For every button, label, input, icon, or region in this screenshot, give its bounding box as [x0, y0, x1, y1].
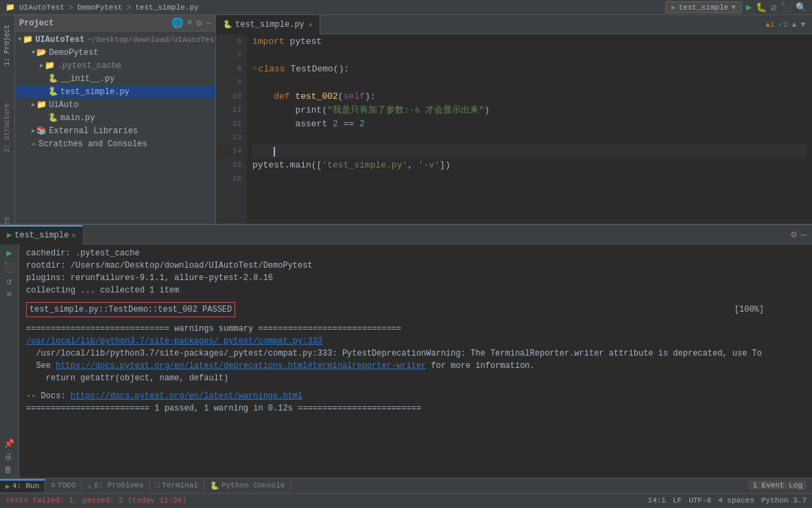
test-status-label: Tests failed: 1, passed: 2 (today 11:26) — [5, 496, 187, 505]
breadcrumb-part2: DemoPytest — [77, 3, 123, 12]
breadcrumb-part1: UIAutoTest — [19, 3, 64, 12]
run-list-btn[interactable]: ≡ — [7, 290, 12, 300]
editor-scroll-down[interactable]: ▼ — [800, 21, 805, 29]
term-line-4: collecting ... collected 1 item — [26, 284, 805, 297]
terminal-footer-tab[interactable]: □ Terminal — [150, 480, 204, 491]
python-console-footer-tab[interactable]: 🐍 Python Console — [204, 480, 291, 492]
run-button[interactable]: ▶ — [746, 1, 752, 13]
tree-item-uiauto[interactable]: ▶ 📁 UiAuto — [15, 98, 215, 111]
code-line-9 — [252, 76, 807, 89]
line-num-12: 12 — [216, 117, 247, 130]
main-area: 1: Project 2: Structure 2: Favorites Pro… — [0, 15, 812, 224]
tree-label-test: test_simple.py — [60, 87, 130, 97]
titlebar: 📁 UIAutoTest > DemoPytest > test_simple.… — [0, 0, 812, 15]
run-delete-btn[interactable]: 🗑 — [4, 465, 14, 475]
panel-settings-icon[interactable]: ⚙ — [791, 229, 796, 240]
footer-tabs: ▶ 4: Run ≡ TODO ⚠ 6: Problems □ Terminal… — [0, 478, 812, 494]
term-docs-link[interactable]: https://docs.pytest.org/en/latest/warnin… — [71, 391, 302, 401]
py-icon-init: 🐍 — [48, 73, 58, 84]
tree-path-uiautotest: ~/Desktop/download/UIAutoTest — [87, 36, 215, 44]
sidebar-sort-icon[interactable]: ≡ — [187, 18, 193, 28]
tree-item-scratches[interactable]: ✏ Scratches and Consoles — [15, 137, 215, 150]
run-config-button[interactable]: ▶ test_simple ▼ — [665, 1, 742, 13]
lib-icon-ext: 📚 — [36, 126, 47, 136]
line-num-7: 7 — [216, 48, 247, 62]
coverage-button[interactable]: ☑ — [771, 2, 776, 13]
bottom-panel-tools: ⚙ — — [791, 229, 812, 240]
run-play-btn[interactable]: ▶ — [6, 247, 12, 259]
tree-item-main-py[interactable]: 🐍 main.py — [15, 111, 215, 124]
structure-tab[interactable]: 2: Structure — [2, 99, 12, 157]
favorites-tab[interactable]: 2: Favorites — [2, 213, 12, 224]
todo-icon: ≡ — [51, 481, 56, 489]
tree-item-init-py[interactable]: 🐍 __init__.py — [15, 72, 215, 85]
run-tab-close[interactable]: ✕ — [71, 231, 75, 240]
project-tab[interactable]: 1: Project — [2, 21, 12, 70]
footer-right: 1 Event Log — [748, 481, 812, 490]
run-rerun-btn[interactable]: ↺ — [7, 276, 12, 287]
panel-minimize-icon[interactable]: — — [801, 229, 807, 240]
py-icon-test: 🐍 — [48, 86, 58, 97]
run-footer-tab[interactable]: ▶ 4: Run — [0, 479, 45, 492]
problems-footer-tab[interactable]: ⚠ 6: Problems — [82, 480, 150, 492]
run-tools-panel: ▶ ⬛ ↺ ≡ 📌 🖨 🗑 — [0, 244, 19, 478]
tab-close-icon[interactable]: ✕ — [309, 21, 313, 29]
breadcrumb-part3: test_simple.py — [135, 3, 198, 12]
bottom-panel: ▶ test_simple ✕ ⚙ — ▶ ⬛ ↺ ≡ 📌 🖨 🗑 cached… — [0, 224, 812, 478]
problems-label: 6: Problems — [94, 481, 144, 489]
editor-top-right: ▲1 ✓2 ▲ ▼ — [765, 20, 812, 29]
run-tab-icon: ▶ — [7, 230, 12, 240]
tree-item-pytest-cache[interactable]: ▶ 📁 .pytest_cache — [15, 59, 215, 72]
footer-area: ▶ 4: Run ≡ TODO ⚠ 6: Problems □ Terminal… — [0, 478, 812, 508]
encoding[interactable]: UTF-8 — [689, 496, 711, 505]
term-line-1: cachedir: .pytest_cache — [26, 247, 805, 259]
search-icon[interactable]: 🔍 — [796, 2, 807, 13]
expand-arrow-uiauto: ▶ — [32, 101, 35, 108]
tree-item-external-libs[interactable]: ▶ 📚 External Libraries — [15, 124, 215, 137]
term-link-1[interactable]: /usr/local/lib/python3.7/site-packages/_… — [26, 335, 805, 347]
todo-label: TODO — [58, 481, 75, 489]
terminal-label: Terminal — [162, 481, 198, 489]
term-warnings-header: ============================= warnings s… — [26, 323, 805, 335]
run-footer-icon: ▶ — [5, 482, 10, 491]
editor-tab-test-simple[interactable]: 🐍 test_simple.py ✕ — [216, 15, 320, 34]
run-print-btn[interactable]: 🖨 — [4, 452, 14, 462]
breadcrumb-sep2: > — [127, 3, 132, 12]
term-see-link[interactable]: https://docs.pytest.org/en/latest/deprec… — [56, 361, 426, 371]
terminal-icon: □ — [156, 481, 160, 489]
run-stop-btn[interactable]: ⬛ — [3, 262, 15, 273]
tree-item-test-simple[interactable]: 🐍 test_simple.py — [15, 85, 215, 98]
problems-icon: ⚠ — [87, 481, 92, 490]
tab-file-icon: 🐍 — [223, 20, 232, 29]
code-line-16 — [252, 172, 807, 185]
language-version[interactable]: Python 3.7 — [761, 496, 807, 505]
project-sidebar: Project 🌐 ≡ ⚙ — ▼ 📁 UIAutoTest ~/Desktop… — [15, 15, 216, 224]
sidebar-minimize-icon[interactable]: — — [206, 18, 211, 28]
indent-settings[interactable]: 4 spaces — [718, 496, 754, 505]
sidebar-globe-icon[interactable]: 🌐 — [171, 17, 183, 29]
py-icon-main: 🐍 — [48, 113, 58, 123]
run-pin-btn[interactable]: 📌 — [4, 439, 14, 449]
debug-button[interactable]: 🐛 — [756, 2, 767, 13]
run-config-arrow: ▼ — [731, 3, 736, 12]
stop-button[interactable]: ⬛ — [780, 2, 791, 13]
scratches-icon: ✏ — [32, 139, 36, 149]
todo-footer-tab[interactable]: ≡ TODO — [45, 480, 82, 491]
code-line-6: import pytest — [252, 34, 807, 48]
expand-arrow-ext: ▶ — [32, 127, 35, 135]
sidebar-gear-icon[interactable]: ⚙ — [196, 18, 202, 29]
line-num-14: 14 — [216, 144, 247, 158]
line-num-6: 6 — [216, 34, 247, 48]
tree-item-uiautotest[interactable]: ▼ 📁 UIAutoTest ~/Desktop/download/UIAuto… — [15, 33, 215, 46]
line-num-9: 9 — [216, 76, 247, 89]
event-log-btn[interactable]: 1 Event Log — [748, 481, 807, 490]
tree-label-uiauto: UiAuto — [49, 100, 78, 110]
tree-item-demopytest[interactable]: ▼ 📂 DemoPytest — [15, 46, 215, 59]
term-line-3: plugins: rerunfailures-9.1.1, allure-pyt… — [26, 272, 805, 284]
run-tab[interactable]: ▶ test_simple ✕ — [0, 225, 82, 244]
folder-icon-uiautotest: 📁 — [23, 34, 33, 45]
cursor-position[interactable]: 14:1 — [648, 496, 666, 505]
editor-scroll-up[interactable]: ▲ — [792, 21, 797, 29]
line-endings[interactable]: LF — [673, 496, 682, 505]
code-content[interactable]: import pytest ○class TestDemo(): def tes… — [247, 34, 812, 224]
